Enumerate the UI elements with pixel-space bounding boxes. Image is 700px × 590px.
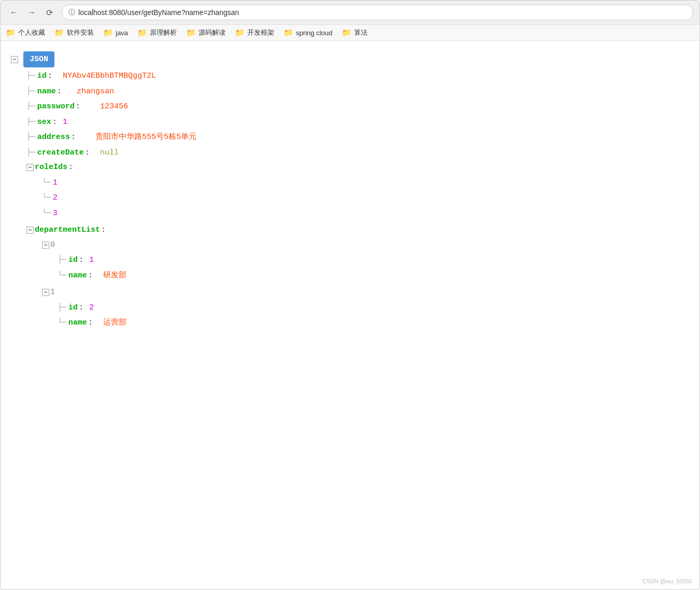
browser-toolbar: ← → ⟳ ⓘ localhost:8080/user/getByName?na…: [1, 1, 699, 25]
json-viewer: − JSON ├─ id : NYAbv4EBbhBTMBQggT2L ├─ n…: [11, 51, 689, 331]
tree-line-dept1-id: ├─: [58, 300, 66, 314]
tree-line-name: ├─: [26, 84, 35, 98]
key-password: password: [37, 100, 75, 115]
tree-line-sex: ├─: [26, 115, 35, 129]
value-sex: 1: [63, 115, 67, 130]
dept-index-1: 1: [50, 285, 55, 300]
colon: :: [88, 316, 102, 331]
bookmark-label: 算法: [354, 28, 368, 37]
colon: :: [101, 223, 106, 238]
bookmark-framework[interactable]: 📁 开发框架: [235, 28, 274, 37]
field-createdate: ├─ createDate : null: [11, 145, 689, 161]
dept-1-name: └─ name : 运营部: [11, 315, 689, 331]
bookmark-label: 开发框架: [247, 28, 274, 37]
browser-window: ← → ⟳ ⓘ localhost:8080/user/getByName?na…: [0, 0, 700, 590]
value-dept1-id: 2: [89, 301, 94, 316]
bookmark-label: 软件安装: [67, 28, 94, 37]
bookmark-label: 个人收藏: [18, 28, 45, 37]
back-button[interactable]: ←: [7, 5, 21, 20]
value-dept0-name: 研发部: [103, 269, 127, 284]
field-id: ├─ id : NYAbv4EBbhBTMBQggT2L: [11, 68, 689, 84]
field-roleids-header: − roleIds :: [11, 160, 689, 175]
dept-0-name: └─ name : 研发部: [11, 268, 689, 284]
json-root-row: − JSON: [11, 51, 689, 67]
value-password: 123456: [100, 100, 128, 115]
value-name: zhangsan: [77, 85, 114, 100]
collapse-dept-1[interactable]: −: [42, 289, 49, 296]
folder-icon: 📁: [54, 28, 64, 37]
key-departmentlist: departmentList: [35, 223, 100, 238]
value-dept1-name: 运营部: [103, 316, 127, 331]
dept-item-1-header: − 1: [11, 285, 689, 300]
colon: :: [57, 85, 76, 100]
key-id: id: [37, 69, 47, 84]
folder-icon: 📁: [6, 28, 16, 37]
colon: :: [79, 301, 88, 316]
refresh-button[interactable]: ⟳: [42, 5, 57, 20]
value-id: NYAbv4EBbhBTMBQggT2L: [63, 69, 156, 84]
bookmark-software[interactable]: 📁 软件安装: [54, 28, 94, 37]
collapse-roleids[interactable]: −: [26, 164, 34, 171]
colon: :: [79, 253, 88, 268]
key-dept1-name: name: [68, 316, 87, 331]
dept-0-id: ├─ id : 1: [11, 252, 689, 268]
field-password: ├─ password : 123456: [11, 99, 689, 115]
info-icon: ⓘ: [68, 8, 75, 17]
bookmark-label: spring cloud: [296, 29, 332, 37]
json-tag: JSON: [23, 51, 54, 67]
bookmark-springcloud[interactable]: 📁 spring cloud: [284, 28, 332, 37]
collapse-root[interactable]: −: [11, 56, 18, 63]
key-dept0-name: name: [68, 269, 87, 284]
tree-line-dept0-name: └─: [58, 268, 66, 282]
value-roleid-1: 2: [53, 191, 58, 206]
bookmark-label: 原理解析: [150, 28, 177, 37]
address-bar[interactable]: ⓘ localhost:8080/user/getByName?name=zha…: [62, 5, 693, 20]
nav-buttons: ← → ⟳: [7, 5, 57, 20]
tree-line-dept0-id: ├─: [58, 252, 66, 266]
folder-icon: 📁: [186, 28, 196, 37]
bookmark-algorithm[interactable]: 📁 算法: [342, 28, 368, 37]
colon: :: [52, 115, 62, 130]
key-createdate: createDate: [37, 146, 84, 161]
colon: :: [76, 100, 99, 115]
roleid-0: └─ 1: [11, 175, 689, 191]
bookmark-personal[interactable]: 📁 个人收藏: [6, 28, 45, 37]
watermark: CSDN @wu_55555: [642, 578, 692, 584]
field-departmentlist-header: − departmentList :: [11, 223, 689, 238]
dept-item-0-header: − 0: [11, 238, 689, 253]
bookmark-source[interactable]: 📁 源码解读: [186, 28, 226, 37]
collapse-dept-0[interactable]: −: [42, 242, 49, 249]
collapse-departmentlist[interactable]: −: [26, 227, 34, 234]
folder-icon: 📁: [137, 28, 147, 37]
key-roleids: roleIds: [35, 160, 67, 175]
bookmarks-bar: 📁 个人收藏 📁 软件安装 📁 java 📁 原理解析 📁 源码解读 📁 开发框…: [1, 25, 699, 41]
colon: :: [88, 269, 102, 284]
field-address: ├─ address : 贵阳市中华路555号5栋5单元: [11, 130, 689, 145]
forward-button[interactable]: →: [24, 5, 39, 20]
bookmark-java[interactable]: 📁 java: [103, 28, 128, 37]
tree-line-roleid0: └─: [42, 175, 51, 189]
tree-line-address: ├─: [26, 130, 35, 144]
field-sex: ├─ sex : 1: [11, 115, 689, 130]
bookmark-label: 源码解读: [199, 28, 226, 37]
tree-line-roleid1: └─: [42, 190, 51, 204]
value-roleid-0: 1: [53, 176, 58, 191]
key-name: name: [37, 85, 56, 100]
field-name: ├─ name : zhangsan: [11, 84, 689, 100]
tree-line-roleid2: └─: [42, 206, 51, 220]
folder-icon: 📁: [103, 28, 113, 37]
folder-icon: 📁: [342, 28, 352, 37]
roleid-1: └─ 2: [11, 190, 689, 206]
url-text: localhost:8080/user/getByName?name=zhang…: [78, 8, 239, 17]
dept-1-id: ├─ id : 2: [11, 300, 689, 316]
tree-line-id: ├─: [26, 68, 35, 82]
key-dept1-id: id: [68, 301, 78, 316]
folder-icon: 📁: [284, 28, 293, 37]
tree-line-dept1-name: └─: [58, 315, 66, 329]
colon: :: [48, 69, 62, 84]
value-dept0-id: 1: [89, 253, 94, 268]
value-roleid-2: 3: [53, 206, 58, 221]
roleid-2: └─ 3: [11, 206, 689, 221]
bookmark-principles[interactable]: 📁 原理解析: [137, 28, 177, 37]
tree-line-createdate: ├─: [26, 145, 35, 159]
